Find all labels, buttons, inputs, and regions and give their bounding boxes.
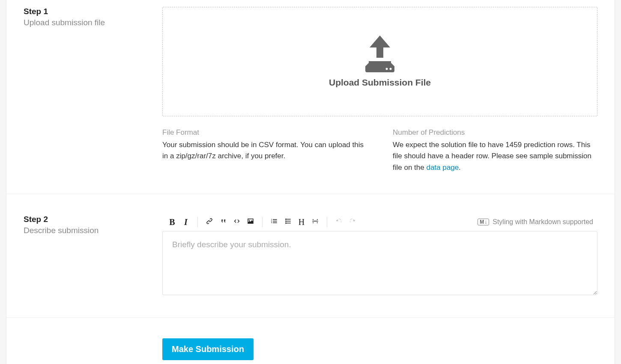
link-icon (206, 217, 213, 227)
quote-button[interactable] (218, 216, 229, 228)
submit-row: Make Submission (6, 317, 615, 360)
step1-left: Step 1 Upload submission file (24, 7, 162, 173)
code-icon (233, 217, 241, 227)
data-page-link[interactable]: data page (426, 163, 459, 172)
step2-title: Describe submission (24, 226, 162, 235)
editor-toolbar: B I (162, 215, 597, 231)
description-textarea[interactable] (162, 231, 597, 295)
step2-number: Step 2 (24, 215, 162, 224)
file-format-heading: File Format (162, 128, 367, 137)
upload-dropzone[interactable]: Upload Submission File (162, 7, 597, 116)
predictions-body: We expect the solution file to have 1459… (393, 139, 597, 173)
toolbar-separator (262, 217, 263, 227)
predictions-text-suffix: . (459, 163, 461, 172)
predictions-text-prefix: We expect the solution file to have 1459… (393, 141, 591, 172)
redo-icon (349, 217, 356, 227)
markdown-hint: M↓ Styling with Markdown supported (478, 218, 593, 226)
image-button[interactable] (245, 216, 256, 228)
link-button[interactable] (204, 216, 215, 228)
code-button[interactable] (231, 216, 242, 228)
predictions-block: Number of Predictions We expect the solu… (393, 128, 597, 173)
file-info-row: File Format Your submission should be in… (162, 128, 597, 173)
step1-section: Step 1 Upload submission file Upload Sub… (6, 0, 615, 194)
italic-button[interactable]: I (180, 216, 191, 228)
horizontal-rule-button[interactable] (310, 216, 321, 228)
step1-right: Upload Submission File File Format Your … (162, 7, 597, 173)
svg-point-2 (390, 68, 392, 70)
horizontal-rule-icon (311, 217, 319, 227)
quote-icon (219, 217, 227, 227)
upload-dropzone-label: Upload Submission File (329, 77, 431, 88)
svg-point-1 (386, 68, 388, 70)
markdown-badge-icon: M↓ (478, 219, 489, 225)
toolbar-separator (327, 217, 327, 227)
page-container: Step 1 Upload submission file Upload Sub… (6, 0, 615, 364)
step1-number: Step 1 (24, 7, 162, 16)
image-icon (247, 217, 254, 227)
file-format-body: Your submission should be in CSV format.… (162, 139, 367, 162)
heading-button[interactable]: H (296, 216, 307, 228)
make-submission-button[interactable]: Make Submission (162, 338, 254, 360)
undo-button[interactable] (333, 216, 344, 228)
undo-icon (335, 217, 343, 227)
unordered-list-icon (284, 217, 292, 227)
upload-icon (358, 36, 401, 75)
unordered-list-button[interactable] (282, 216, 293, 228)
predictions-heading: Number of Predictions (393, 128, 597, 137)
toolbar-separator (197, 217, 198, 227)
ordered-list-button[interactable] (269, 216, 280, 228)
step2-section: Step 2 Describe submission B I (6, 194, 615, 317)
ordered-list-icon (270, 217, 278, 227)
markdown-hint-text: Styling with Markdown supported (493, 218, 593, 226)
redo-button[interactable] (347, 216, 358, 228)
step2-left: Step 2 Describe submission (24, 215, 162, 297)
bold-button[interactable]: B (167, 216, 178, 228)
step1-title: Upload submission file (24, 18, 162, 27)
file-format-block: File Format Your submission should be in… (162, 128, 367, 173)
step2-right: B I (162, 215, 597, 297)
